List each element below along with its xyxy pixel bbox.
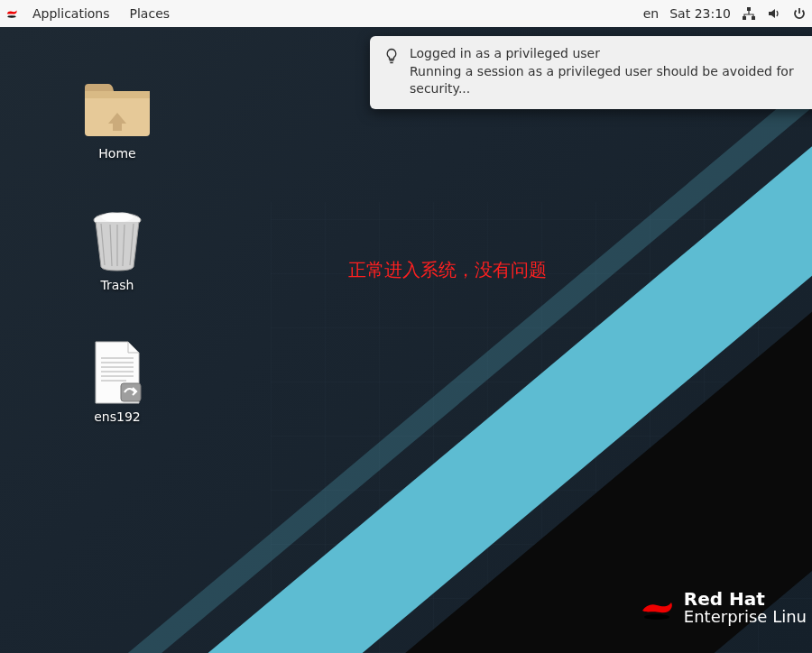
volume-icon[interactable] — [767, 6, 781, 21]
brand-name: Red Hat — [684, 590, 807, 609]
product-name: Enterprise Linu — [684, 609, 807, 626]
svg-rect-1 — [747, 7, 751, 11]
desktop[interactable]: Home Trash — [0, 27, 812, 653]
lightbulb-icon — [383, 47, 401, 65]
desktop-icon-trash[interactable]: Trash — [72, 209, 162, 292]
notification-text: Logged in as a privileged user Running a… — [410, 45, 808, 98]
fedora-icon — [5, 7, 18, 20]
file-shortcut-icon — [81, 341, 153, 404]
panel-left: Applications Places — [5, 2, 179, 25]
redhat-text: Red Hat Enterprise Linu — [684, 590, 807, 626]
svg-point-14 — [644, 614, 669, 620]
notification-body: Running a session as a privileged user s… — [410, 63, 808, 98]
power-icon[interactable] — [792, 6, 807, 21]
desktop-icon-ens192[interactable]: ens192 — [72, 341, 162, 424]
desktop-icon-home[interactable]: Home — [72, 78, 162, 161]
clock[interactable]: Sat 23:10 — [669, 6, 731, 21]
svg-rect-2 — [743, 16, 746, 20]
panel-right: en Sat 23:10 — [643, 6, 807, 21]
notification-popup[interactable]: Logged in as a privileged user Running a… — [370, 36, 812, 109]
redhat-logo: Red Hat Enterprise Linu — [639, 590, 807, 626]
input-method-indicator[interactable]: en — [643, 6, 660, 21]
desktop-icon-label: Home — [98, 146, 135, 161]
svg-rect-5 — [85, 91, 150, 98]
folder-home-icon — [81, 78, 153, 141]
desktop-icon-label: ens192 — [94, 409, 141, 424]
redhat-hat-icon — [639, 594, 675, 621]
desktop-icon-label: Trash — [101, 278, 134, 292]
notification-title: Logged in as a privileged user — [410, 45, 808, 63]
network-icon[interactable] — [742, 6, 756, 21]
trash-icon — [81, 209, 153, 272]
svg-rect-3 — [752, 16, 755, 20]
svg-rect-13 — [121, 383, 141, 401]
top-panel: Applications Places en Sat 23:10 — [0, 0, 812, 27]
places-menu[interactable]: Places — [121, 2, 180, 25]
svg-point-0 — [7, 15, 15, 17]
annotation-text: 正常进入系统，没有问题 — [348, 258, 547, 282]
applications-menu[interactable]: Applications — [23, 2, 119, 25]
